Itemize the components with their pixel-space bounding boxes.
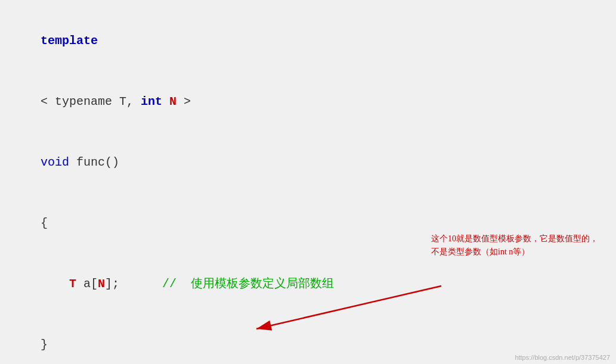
brace-close: } bbox=[41, 338, 48, 351]
keyword-int: int bbox=[141, 95, 162, 108]
annotation-text: 这个10就是数值型模板参数，它是数值型的，不是类型参数（如int n等） bbox=[431, 232, 598, 259]
array-decl-semi: ]; bbox=[105, 277, 162, 291]
code-block: template < typename T, int N > void func… bbox=[0, 0, 616, 364]
code-line-1: template bbox=[12, 11, 604, 71]
param-N: N bbox=[162, 95, 177, 108]
indent bbox=[41, 277, 69, 291]
array-N: N bbox=[98, 277, 105, 291]
code-line-5: T a[N]; // 使用模板参数定义局部数组 bbox=[12, 254, 604, 315]
comment-text: // 使用模板参数定义局部数组 bbox=[162, 277, 334, 291]
type-T: T bbox=[69, 277, 76, 291]
code-line-2: < typename T, int N > bbox=[12, 71, 604, 132]
code-line-3: void func() bbox=[12, 132, 604, 193]
watermark: https://blog.csdn.net/p/37375427 bbox=[515, 354, 610, 361]
keyword-template: template bbox=[41, 34, 98, 48]
angle-close: > bbox=[177, 95, 191, 108]
keyword-void: void bbox=[41, 155, 69, 169]
brace-open: { bbox=[41, 216, 48, 230]
angle-open: < typename T, bbox=[41, 95, 141, 108]
func-name: func() bbox=[69, 155, 119, 169]
array-decl-pre: a[ bbox=[76, 277, 98, 291]
